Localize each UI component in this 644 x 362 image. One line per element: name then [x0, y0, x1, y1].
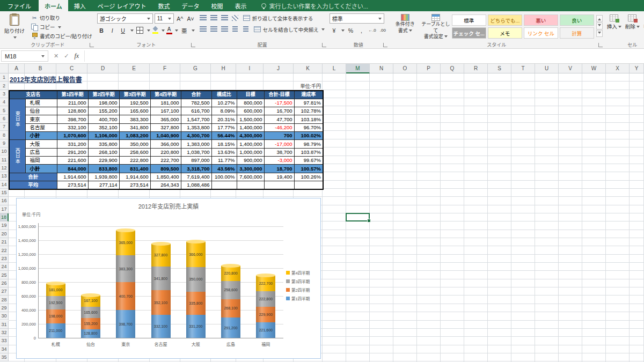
row-header-9[interactable]: 9 [0, 139, 9, 147]
bold-button[interactable]: B [97, 26, 106, 35]
value-cell[interactable]: 7,600,000 [237, 173, 264, 181]
shrink-font-button[interactable]: A˅ [186, 14, 195, 23]
row-header-15[interactable]: 15 [0, 189, 9, 197]
value-cell[interactable] [237, 181, 264, 189]
row-header-14[interactable]: 14 [0, 181, 9, 189]
tell-me-box[interactable]: 実行したい作業を入力してください... [261, 0, 369, 11]
row-header-34[interactable]: 34 [0, 345, 9, 353]
format-as-table-button[interactable]: テーブルとして 書式設定 [421, 12, 450, 40]
value-cell[interactable]: 18.15% [211, 140, 237, 148]
branch-name-cell[interactable]: 小計 [25, 165, 57, 173]
value-cell[interactable]: 1,106,000 [88, 131, 119, 139]
value-cell[interactable]: 229,900 [88, 156, 119, 164]
value-cell[interactable]: 264,343 [150, 181, 181, 189]
value-cell[interactable]: 99.67% [294, 156, 323, 164]
column-header-J[interactable]: J [264, 64, 294, 73]
row-header-2[interactable]: 2 [0, 82, 9, 90]
row-header-3[interactable]: 3 [0, 90, 9, 98]
value-cell[interactable]: 273,514 [57, 181, 88, 189]
value-cell[interactable]: 19,400 [264, 173, 294, 181]
branch-name-cell[interactable]: 名古屋 [25, 123, 57, 131]
increase-decimal-button[interactable]: ←.0 [368, 26, 377, 35]
row-header-28[interactable]: 28 [0, 295, 9, 304]
legend-item[interactable]: 第1四半期 [286, 295, 310, 301]
column-header-M[interactable]: M [346, 64, 370, 73]
row-header-26[interactable]: 26 [0, 279, 9, 287]
row-header-24[interactable]: 24 [0, 263, 9, 271]
value-cell[interactable]: 291,200 [57, 148, 88, 156]
value-cell[interactable]: 17.77% [211, 123, 237, 131]
value-cell[interactable]: 1,400,000 [237, 123, 264, 131]
ribbon-tab-ページ レイアウト[interactable]: ページ レイアウト [92, 0, 152, 11]
table-header-cell[interactable]: 第1四半期 [57, 91, 88, 99]
branch-name-cell[interactable]: 大阪 [25, 140, 57, 148]
value-cell[interactable]: 8.09% [211, 107, 237, 115]
wrap-text-button[interactable]: 折り返して全体を表示する [241, 14, 315, 23]
value-cell[interactable]: 1,939,800 [88, 173, 119, 181]
row-header-10[interactable]: 10 [0, 147, 9, 156]
value-cell[interactable]: 102.78% [294, 107, 323, 115]
font-dialog-launcher[interactable] [191, 43, 195, 47]
value-cell[interactable]: 103.87% [294, 148, 323, 156]
formula-input[interactable] [85, 50, 644, 62]
value-cell[interactable] [211, 181, 237, 189]
format-painter-button[interactable]: 書式のコピー/貼り付け [29, 32, 94, 40]
value-cell[interactable]: 103.18% [294, 115, 323, 123]
row-header-5[interactable]: 5 [0, 106, 9, 114]
branch-name-cell[interactable]: 広島 [25, 148, 57, 156]
align-middle-button[interactable] [209, 13, 218, 23]
ribbon-tab-データ[interactable]: データ [176, 0, 206, 11]
column-header-I[interactable]: I [236, 64, 264, 73]
value-cell[interactable]: 7,619,400 [181, 173, 211, 181]
ribbon-tab-ホーム[interactable]: ホーム [39, 0, 68, 11]
column-header-Q[interactable]: Q [441, 64, 464, 73]
value-cell[interactable]: 1,038,700 [181, 148, 211, 156]
value-cell[interactable]: 400,700 [88, 115, 119, 123]
insert-function-icon[interactable]: fx [74, 52, 79, 60]
value-cell[interactable]: -3,000 [264, 156, 294, 164]
row-header-30[interactable]: 30 [0, 312, 9, 320]
value-cell[interactable]: -17,000 [264, 140, 294, 148]
value-cell[interactable]: 332,100 [57, 123, 88, 131]
value-cell[interactable]: 20.31% [211, 115, 237, 123]
value-cell[interactable]: 56.44% [211, 131, 237, 139]
value-cell[interactable]: 335,800 [88, 140, 119, 148]
value-cell[interactable]: 1,088,486 [181, 181, 211, 189]
table-header-cell[interactable]: 合計 [181, 91, 211, 99]
value-cell[interactable]: 198,000 [88, 99, 119, 107]
value-cell[interactable]: 844,000 [57, 165, 88, 173]
row-label-cell[interactable]: 平均 [9, 181, 57, 189]
value-cell[interactable]: 1,914,600 [57, 173, 88, 181]
sheet-cells-area[interactable]: 2012年支店別売上報告書 単位:千円 支店名第1四半期第2四半期第3四半期第4… [9, 73, 644, 362]
row-header-11[interactable]: 11 [0, 156, 9, 164]
column-header-F[interactable]: F [150, 64, 180, 73]
align-left-button[interactable] [199, 25, 208, 34]
gallery-scroll-down-button[interactable] [596, 23, 603, 29]
column-header-R[interactable]: R [464, 64, 488, 73]
underline-button[interactable]: U [119, 26, 128, 35]
row-header-16[interactable]: 16 [0, 197, 9, 205]
column-header-X[interactable]: X [606, 64, 630, 73]
value-cell[interactable]: 192,500 [119, 99, 150, 107]
decrease-indent-button[interactable] [231, 25, 240, 34]
column-header-T[interactable]: T [511, 64, 535, 73]
increase-indent-button[interactable] [241, 25, 251, 34]
value-cell[interactable]: 1,500,000 [237, 115, 264, 123]
value-cell[interactable]: 100.57% [294, 165, 323, 173]
value-cell[interactable]: 47,700 [264, 115, 294, 123]
value-cell[interactable]: 1,850,400 [150, 173, 181, 181]
align-bottom-button[interactable] [220, 13, 229, 23]
row-header-35[interactable]: 35 [0, 353, 9, 361]
value-cell[interactable]: 11.77% [211, 156, 237, 164]
column-header-H[interactable]: H [211, 64, 236, 73]
column-header-G[interactable]: G [180, 64, 211, 73]
cell-style-リンク セル[interactable]: リンク セル [524, 27, 558, 39]
value-cell[interactable]: 221,600 [57, 156, 88, 164]
column-header-V[interactable]: V [559, 64, 582, 73]
gallery-more-button[interactable] [596, 30, 603, 37]
value-cell[interactable]: 1,547,700 [181, 115, 211, 123]
insert-cells-button[interactable]: 挿入 [606, 12, 623, 40]
value-cell[interactable]: 1,040,900 [150, 131, 181, 139]
cancel-icon[interactable]: ✕ [54, 53, 58, 60]
column-header-W[interactable]: W [582, 64, 606, 73]
